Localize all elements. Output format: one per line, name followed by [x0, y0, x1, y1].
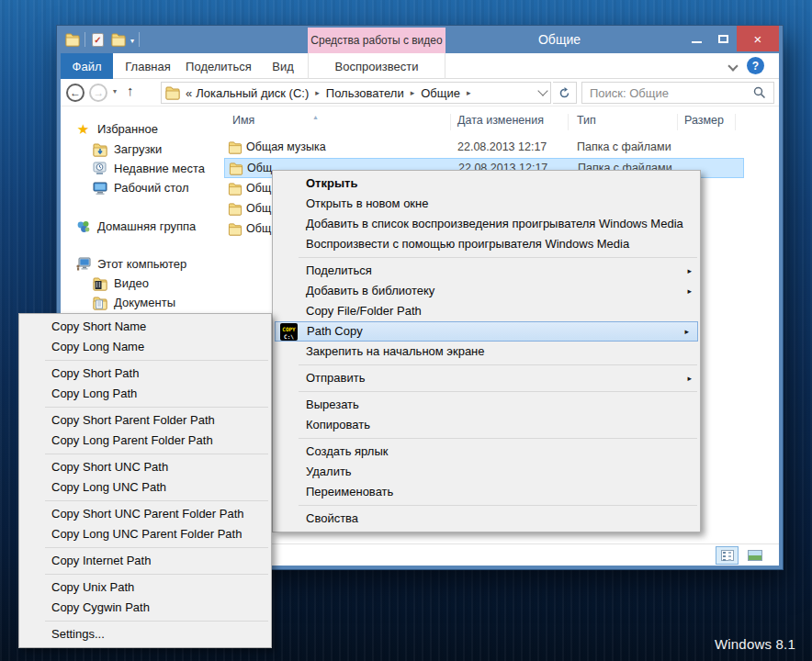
menu-item-cut[interactable]: Вырезать [273, 395, 700, 415]
details-view-button[interactable] [716, 546, 739, 565]
up-button[interactable]: ↑ [127, 83, 134, 98]
clipboard-check-icon: ✓ [92, 33, 104, 47]
submenu-item-copy-long-unc-parent-folder-path[interactable]: Copy Long UNC Parent Folder Path [19, 524, 271, 544]
search-placeholder: Поиск: Общие [590, 86, 669, 100]
breadcrumb-item-drive[interactable]: Локальный диск (C:) [196, 86, 309, 100]
menu-item-create-shortcut[interactable]: Создать ярлык [273, 442, 700, 462]
submenu-item-copy-short-path[interactable]: Copy Short Path [19, 364, 271, 384]
submenu-item-copy-long-unc-path[interactable]: Copy Long UNC Path [19, 477, 271, 498]
column-header-name[interactable]: Имя [232, 114, 254, 127]
context-menu: Открыть Открыть в новом окне Добавить в … [272, 170, 701, 532]
menu-item-add-to-library[interactable]: Добавить в библиотеку▸ [273, 281, 700, 301]
title-bar[interactable]: ✓ ▾ Средства работы с видео Общие × [61, 26, 779, 53]
submenu-item-copy-short-unc-parent-folder-path[interactable]: Copy Short UNC Parent Folder Path [19, 504, 271, 524]
qat-separator [139, 32, 140, 47]
search-input[interactable]: Поиск: Общие [581, 82, 774, 104]
menu-item-send-to[interactable]: Отправить▸ [273, 368, 700, 388]
help-button[interactable]: ? [747, 57, 764, 74]
tab-file[interactable]: Файл [61, 53, 113, 79]
column-header-type[interactable]: Тип [577, 114, 596, 127]
menu-item-properties[interactable]: Свойства [273, 509, 700, 529]
menu-item-rename[interactable]: Переименовать [273, 482, 700, 502]
menu-item-add-to-wmp-playlist[interactable]: Добавить в список воспроизведения проигр… [273, 214, 700, 234]
forward-button[interactable]: ← [89, 84, 107, 102]
submenu-item-copy-short-parent-folder-path[interactable]: Copy Short Parent Folder Path [19, 410, 271, 431]
tab-home[interactable]: Главная [118, 53, 178, 79]
submenu-item-copy-short-unc-path[interactable]: Copy Short UNC Path [19, 457, 271, 477]
folder-icon [228, 140, 242, 154]
minimize-icon [692, 41, 702, 43]
submenu-arrow-icon: ▸ [684, 322, 689, 341]
breadcrumb-separator-icon[interactable]: ▸ [467, 88, 471, 97]
menu-item-delete[interactable]: Удалить [273, 462, 700, 482]
submenu-item-copy-internet-path[interactable]: Copy Internet Path [19, 551, 271, 571]
breadcrumb-separator-icon[interactable]: ▸ [411, 88, 415, 97]
submenu-item-settings[interactable]: Settings... [19, 624, 271, 644]
tab-view[interactable]: Вид [259, 53, 307, 79]
minimize-button[interactable] [683, 26, 710, 51]
folder-icon [228, 202, 242, 216]
menu-item-open-new-window[interactable]: Открыть в новом окне [273, 194, 700, 214]
breadcrumb-item-users[interactable]: Пользователи [326, 86, 404, 100]
tab-share[interactable]: Поделиться [182, 53, 255, 79]
contextual-tab-group: Средства работы с видео [308, 28, 445, 53]
column-header-date[interactable]: Дата изменения [457, 114, 544, 127]
address-dropdown-icon[interactable] [537, 85, 547, 95]
menu-item-play-with-wmp[interactable]: Воспроизвести с помощью проигрывателя Wi… [273, 234, 700, 254]
menu-separator [45, 454, 268, 454]
homegroup-icon [75, 219, 91, 234]
close-icon: × [754, 31, 762, 47]
qat-customize-dropdown[interactable]: ▾ [130, 35, 134, 45]
submenu-item-copy-unix-path[interactable]: Copy Unix Path [19, 577, 271, 598]
submenu-item-copy-long-parent-folder-path[interactable]: Copy Long Parent Folder Path [19, 431, 271, 451]
submenu-item-copy-long-name[interactable]: Copy Long Name [19, 337, 271, 357]
new-folder-button[interactable] [110, 32, 126, 47]
thumbnail-view-button[interactable] [743, 546, 766, 565]
file-row[interactable]: Общая музыка 22.08.2013 12:17 Папка с фа… [224, 138, 744, 158]
navigation-bar: ← ← ▾ ↑ « Локальный диск (C:) ▸ Пользова… [61, 79, 779, 106]
properties-button[interactable]: ✓ [90, 32, 106, 47]
maximize-button[interactable] [710, 26, 737, 51]
menu-separator [45, 407, 268, 408]
close-button[interactable]: × [737, 26, 779, 51]
ribbon-tab-strip: Файл Главная Поделиться Вид Воспроизвест… [61, 53, 779, 79]
refresh-icon [558, 87, 570, 99]
window-title: Общие [486, 26, 633, 53]
menu-item-share[interactable]: Поделиться▸ [273, 261, 700, 281]
sidebar-item-homegroup[interactable]: Домашняя группа [75, 217, 196, 236]
sidebar-item-documents[interactable]: Документы [92, 293, 175, 312]
menu-item-path-copy[interactable]: COPYC:\ Path Copy ▸ [275, 321, 698, 342]
breadcrumb-item-public[interactable]: Общие [421, 86, 460, 100]
history-dropdown-icon[interactable]: ▾ [113, 87, 117, 95]
menu-item-copy-file-folder-path[interactable]: Copy File/Folder Path [273, 301, 700, 321]
submenu-arrow-icon: ▸ [687, 368, 692, 388]
menu-item-open[interactable]: Открыть [273, 174, 700, 194]
address-bar[interactable]: « Локальный диск (C:) ▸ Пользователи ▸ О… [161, 82, 551, 104]
ribbon-collapse-icon[interactable] [727, 61, 738, 71]
sidebar-item-desktop[interactable]: Рабочий стол [92, 178, 189, 197]
desktop-icon [92, 181, 107, 196]
videos-folder-icon [92, 276, 107, 291]
menu-separator [45, 621, 268, 622]
sidebar-item-recent-places[interactable]: Недавние места [92, 159, 205, 178]
menu-item-copy[interactable]: Копировать [273, 415, 700, 435]
menu-separator [299, 438, 697, 439]
breadcrumb-overflow-icon[interactable]: « [186, 86, 192, 100]
menu-separator [299, 391, 697, 392]
submenu-item-copy-cygwin-path[interactable]: Copy Cygwin Path [19, 598, 271, 618]
tab-play[interactable]: Воспроизвести [308, 53, 445, 79]
sidebar-item-downloads[interactable]: Загрузки [92, 140, 162, 159]
back-button[interactable]: ← [66, 84, 85, 102]
submenu-item-copy-long-path[interactable]: Copy Long Path [19, 384, 271, 404]
refresh-button[interactable] [553, 82, 577, 104]
sidebar-item-this-pc[interactable]: Этот компьютер [75, 254, 186, 274]
search-icon[interactable] [753, 86, 766, 99]
menu-item-pin-to-start[interactable]: Закрепить на начальном экране [273, 342, 700, 362]
explorer-window-icon[interactable] [64, 32, 80, 47]
submenu-arrow-icon: ▸ [687, 281, 692, 301]
sidebar-item-favorites[interactable]: ★ Избранное [75, 119, 158, 139]
breadcrumb-separator-icon[interactable]: ▸ [315, 88, 320, 97]
column-header-size[interactable]: Размер [684, 114, 724, 127]
sidebar-item-videos[interactable]: Видео [92, 274, 149, 293]
submenu-item-copy-short-name[interactable]: Copy Short Name [19, 317, 271, 337]
